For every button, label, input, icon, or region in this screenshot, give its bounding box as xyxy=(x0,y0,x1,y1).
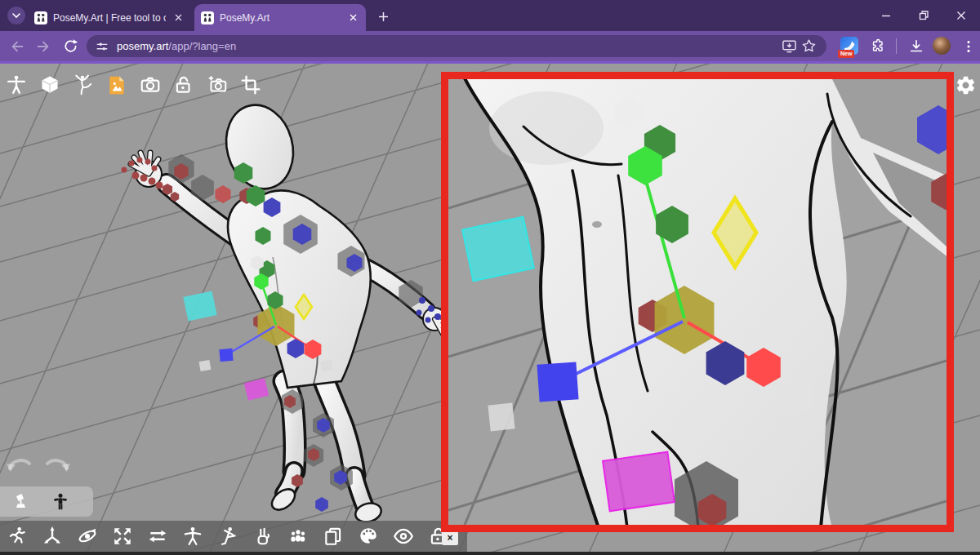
add-camera-button[interactable] xyxy=(205,73,229,96)
address-bar[interactable]: posemy.art/app/?lang=en xyxy=(87,35,826,57)
chevron-down-icon xyxy=(11,12,21,19)
rotate-tool-button[interactable] xyxy=(75,525,99,548)
pose-hand-icon xyxy=(252,526,274,547)
light-object-button[interactable] xyxy=(10,490,33,513)
multi-figure-button[interactable] xyxy=(286,525,310,548)
animate-run-icon xyxy=(7,526,28,547)
browser-toolbar: posemy.art/app/?lang=en New xyxy=(0,31,980,61)
close-icon xyxy=(350,14,357,21)
install-app-button[interactable] xyxy=(779,37,799,56)
add-figure-button[interactable] xyxy=(4,73,28,96)
window-controls xyxy=(867,0,980,31)
close-x-icon: × xyxy=(447,533,452,543)
restore-button[interactable] xyxy=(905,0,942,31)
tab-posemyart-app[interactable]: PoseMy.Art xyxy=(194,4,366,31)
browser-menu-button[interactable] xyxy=(959,37,978,56)
magnifier-overlay[interactable] xyxy=(441,72,954,532)
tab-title: PoseMy.Art xyxy=(220,12,341,24)
palette-icon xyxy=(358,526,379,547)
plus-icon xyxy=(378,11,389,22)
tab-title: PoseMy.Art | Free tool to create xyxy=(53,12,166,24)
scale-expand-icon xyxy=(112,526,133,547)
tab-close-button[interactable] xyxy=(172,11,185,24)
downloads-button[interactable] xyxy=(906,37,926,56)
visibility-button[interactable] xyxy=(391,525,415,548)
page-accent-strip xyxy=(0,61,980,64)
reset-pose-button[interactable] xyxy=(180,525,204,548)
url-text: posemy.art/app/?lang=en xyxy=(117,40,236,52)
redo-icon xyxy=(41,453,72,477)
back-button[interactable] xyxy=(5,34,29,58)
close-icon xyxy=(956,11,966,20)
new-tab-button[interactable] xyxy=(374,7,392,25)
app-bottom-toolbar xyxy=(0,521,467,552)
move-axes-icon xyxy=(42,526,63,547)
minimize-button[interactable] xyxy=(867,0,905,31)
extension-button[interactable]: New xyxy=(840,37,858,55)
toolbar-separator xyxy=(896,38,897,54)
pose-presets-button[interactable] xyxy=(71,73,95,96)
animate-button[interactable] xyxy=(5,525,29,548)
restore-icon xyxy=(919,11,929,20)
redo-button[interactable] xyxy=(41,453,72,477)
figure-icon xyxy=(6,74,27,95)
translate-tool-button[interactable] xyxy=(40,525,64,548)
tab-posemyart-home[interactable]: PoseMy.Art | Free tool to create xyxy=(28,4,191,31)
app-viewport: × xyxy=(0,61,980,555)
forward-arrow-icon xyxy=(35,38,51,55)
new-badge: New xyxy=(838,50,854,58)
duplicate-button[interactable] xyxy=(321,525,345,548)
camera-add-icon xyxy=(207,74,228,95)
bookmark-button[interactable] xyxy=(799,37,818,56)
bottom-edge-strip xyxy=(0,552,980,555)
extensions-button[interactable] xyxy=(868,37,888,56)
profile-avatar[interactable] xyxy=(933,37,951,55)
settings-button[interactable] xyxy=(954,73,978,97)
camera-view-button[interactable] xyxy=(138,73,162,96)
tab-close-button[interactable] xyxy=(346,11,359,24)
export-image-icon xyxy=(106,74,127,95)
url-host: posemy.art xyxy=(117,40,168,52)
puzzle-icon xyxy=(870,38,886,55)
rotate-orbit-icon xyxy=(77,526,98,547)
magnifier-close-button[interactable]: × xyxy=(442,531,458,545)
tab-search-button[interactable] xyxy=(7,7,25,24)
duplicate-icon xyxy=(323,526,344,547)
swap-arrows-icon xyxy=(147,526,168,547)
lamp-icon xyxy=(12,492,32,512)
add-prop-button[interactable] xyxy=(38,73,61,96)
history-controls xyxy=(5,453,72,477)
close-icon xyxy=(175,14,182,21)
pose-stand-icon xyxy=(182,526,203,547)
close-window-button[interactable] xyxy=(942,0,980,31)
lock-open-icon xyxy=(173,74,194,95)
scene-objects-bar xyxy=(0,486,93,517)
scale-tool-button[interactable] xyxy=(110,525,134,548)
mirror-pose-button[interactable] xyxy=(145,525,169,548)
browser-window: PoseMy.Art | Free tool to create PoseMy.… xyxy=(0,0,980,555)
appearance-button[interactable] xyxy=(356,525,380,548)
site-settings-icon xyxy=(95,39,109,54)
group-figures-icon xyxy=(287,526,309,547)
kebab-menu-icon xyxy=(961,39,976,54)
reload-button[interactable] xyxy=(59,34,82,58)
pose-dancer-icon xyxy=(73,74,94,95)
posemyart-favicon-icon xyxy=(34,11,47,24)
undo-button[interactable] xyxy=(5,453,36,477)
install-desktop-icon xyxy=(782,38,797,54)
eye-visibility-icon xyxy=(393,526,414,547)
crop-button[interactable] xyxy=(238,73,262,96)
hand-pose-button[interactable] xyxy=(251,525,274,548)
pose-library-button[interactable] xyxy=(216,525,239,548)
reload-icon xyxy=(63,38,78,54)
url-path: /app/?lang=en xyxy=(168,40,236,52)
undo-icon xyxy=(5,453,36,477)
lock-camera-button[interactable] xyxy=(172,73,195,96)
forward-button[interactable] xyxy=(31,34,55,58)
browser-titlebar: PoseMy.Art | Free tool to create PoseMy.… xyxy=(0,0,980,31)
gear-icon xyxy=(955,74,977,96)
figure-object-button[interactable] xyxy=(48,490,72,513)
export-image-button[interactable] xyxy=(105,73,128,96)
prop-cube-icon xyxy=(39,74,60,95)
star-icon xyxy=(801,38,817,54)
